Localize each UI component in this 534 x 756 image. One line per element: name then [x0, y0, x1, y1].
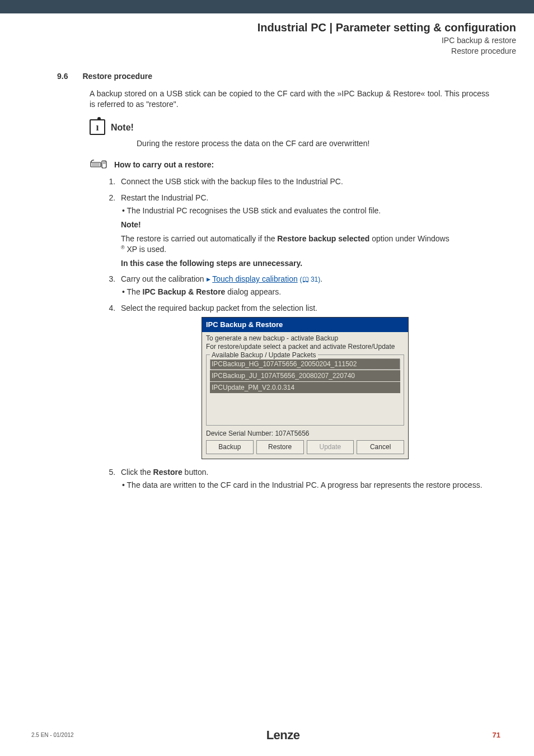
step-2-text: Restart the Industrial PC.	[121, 193, 208, 202]
packets-group-label: Available Backup / Update Packets	[210, 351, 318, 360]
page-ref: (🕮 31)	[300, 276, 321, 283]
list-item[interactable]: IPCBackup_HG_107AT5656_20050204_111502	[210, 358, 400, 370]
step-3: Carry out the calibration ▸ Touch displa…	[118, 274, 489, 297]
step-1: Connect the USB stick with the backup fi…	[118, 176, 489, 187]
info-icon: ı	[90, 119, 105, 135]
intro-paragraph: A backup stored on a USB stick can be co…	[90, 88, 489, 110]
step-3-text-a: Carry out the calibration	[121, 274, 207, 283]
step-5: Click the Restore button. The data are w…	[118, 467, 489, 491]
note-body: During the restore process the data on t…	[137, 138, 489, 149]
step-2-note-body: The restore is carried out automatically…	[121, 234, 489, 255]
dialog-title: IPC Backup & Restore	[202, 318, 408, 332]
backup-button[interactable]: Backup	[206, 440, 254, 454]
list-item[interactable]: IPCUpdate_PM_V2.0.0.314	[210, 382, 400, 393]
cancel-button[interactable]: Cancel	[357, 440, 404, 454]
step-2: Restart the Industrial PC. The Industria…	[118, 193, 489, 268]
dialog-instructions: To generate a new backup - activate Back…	[206, 334, 404, 351]
page-header: Industrial PC | Parameter setting & conf…	[0, 13, 534, 66]
packets-group: Available Backup / Update Packets IPCBac…	[206, 354, 404, 426]
step-4-text: Select the required backup packet from t…	[121, 304, 317, 312]
footer-logo: Lenze	[266, 727, 300, 744]
section-heading: 9.6 Restore procedure	[57, 71, 489, 82]
device-serial: Device Serial Number: 107AT5656	[206, 429, 404, 438]
step-4: Select the required backup packet from t…	[118, 303, 489, 459]
step-5-sub: The data are written to the CF card in t…	[122, 480, 489, 491]
footer-version: 2.5 EN - 01/2012	[31, 731, 74, 739]
touch-calibration-link[interactable]: Touch display calibration	[212, 274, 298, 283]
steps-list: Connect the USB stick with the backup fi…	[118, 176, 489, 490]
step-2-note-label: Note!	[121, 220, 489, 230]
list-item[interactable]: IPCBackup_JU_107AT5656_20080207_220740	[210, 370, 400, 381]
keyboard-hand-icon	[90, 158, 109, 172]
step-2-sub: The Industrial PC recognises the USB sti…	[122, 206, 489, 216]
header-title: Industrial PC | Parameter setting & conf…	[0, 20, 516, 35]
note-label: Note!	[111, 122, 134, 134]
ipc-backup-restore-dialog: IPC Backup & Restore To generate a new b…	[202, 317, 409, 459]
arrow-icon: ▸	[207, 274, 213, 283]
update-button: Update	[307, 440, 354, 454]
howto-heading: How to carry out a restore:	[90, 158, 489, 172]
howto-label: How to carry out a restore:	[114, 160, 214, 170]
section-title: Restore procedure	[82, 71, 152, 82]
restore-button[interactable]: Restore	[256, 440, 304, 454]
packets-list[interactable]: IPCBackup_HG_107AT5656_20050204_111502 I…	[210, 358, 400, 394]
note-block: ı Note! During the restore process the d…	[90, 119, 489, 149]
section-number: 9.6	[57, 71, 68, 82]
header-sub1: IPC backup & restore	[0, 35, 516, 46]
step-1-text: Connect the USB stick with the backup fi…	[121, 177, 343, 186]
header-sub2: Restore procedure	[0, 46, 516, 57]
page-number: 71	[493, 730, 500, 740]
header-bar	[0, 0, 534, 13]
step-3-sub: The IPC Backup & Restore dialog appears.	[122, 287, 489, 297]
step-2-unnecessary: In this case the following steps are unn…	[121, 258, 489, 269]
page-footer: 2.5 EN - 01/2012 Lenze 71	[0, 727, 534, 744]
